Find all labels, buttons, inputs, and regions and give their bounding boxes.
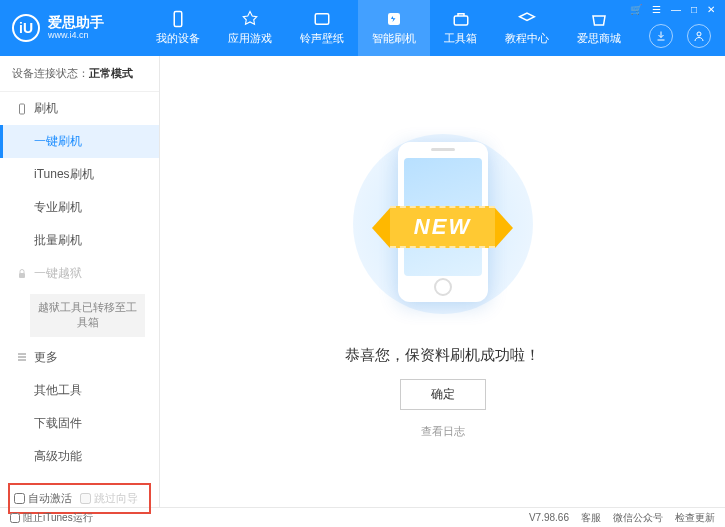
sidebar-item-advanced[interactable]: 高级功能	[0, 440, 159, 473]
svg-point-4	[697, 32, 701, 36]
sidebar-item-firmware[interactable]: 下载固件	[0, 407, 159, 440]
section-jailbreak: 一键越狱	[0, 257, 159, 290]
jailbreak-moved-note[interactable]: 越狱工具已转移至工具箱	[30, 294, 145, 337]
window-controls: 🛒 ☰ — □ ✕	[630, 4, 715, 15]
sidebar-item-batch[interactable]: 批量刷机	[0, 224, 159, 257]
list-icon	[16, 351, 28, 363]
phone-icon	[169, 10, 187, 28]
link-update[interactable]: 检查更新	[675, 511, 715, 525]
close-icon[interactable]: ✕	[707, 4, 715, 15]
app-url: www.i4.cn	[48, 31, 104, 41]
success-message: 恭喜您，保资料刷机成功啦！	[345, 346, 540, 365]
tab-my-device[interactable]: 我的设备	[142, 0, 214, 56]
new-ribbon: NEW	[390, 206, 495, 248]
sidebar-item-oneclick[interactable]: 一键刷机	[0, 125, 159, 158]
tab-label: 教程中心	[505, 31, 549, 46]
tab-label: 应用游戏	[228, 31, 272, 46]
checkbox-auto-activate[interactable]: 自动激活	[14, 491, 72, 506]
tab-tutorials[interactable]: 教程中心	[491, 0, 563, 56]
phone-small-icon	[16, 103, 28, 115]
sidebar: 设备连接状态：正常模式 刷机 一键刷机 iTunes刷机 专业刷机 批量刷机 一…	[0, 56, 160, 507]
success-illustration: NEW	[343, 124, 543, 324]
section-more[interactable]: 更多	[0, 341, 159, 374]
tab-flash[interactable]: 智能刷机	[358, 0, 430, 56]
logo: iU 爱思助手 www.i4.cn	[12, 14, 142, 42]
checkbox-skip-guide[interactable]: 跳过向导	[80, 491, 138, 506]
menu-icon[interactable]: ☰	[652, 4, 661, 15]
app-header: iU 爱思助手 www.i4.cn 我的设备 应用游戏 铃声壁纸 智能刷机 工具…	[0, 0, 725, 56]
flash-icon	[385, 10, 403, 28]
svg-rect-1	[315, 14, 329, 25]
logo-icon: iU	[12, 14, 40, 42]
svg-rect-6	[19, 273, 25, 278]
main-content: NEW 恭喜您，保资料刷机成功啦！ 确定 查看日志	[160, 56, 725, 507]
section-flash[interactable]: 刷机	[0, 92, 159, 125]
image-icon	[313, 10, 331, 28]
svg-rect-5	[20, 104, 25, 114]
tab-toolbox[interactable]: 工具箱	[430, 0, 491, 56]
minimize-icon[interactable]: —	[671, 4, 681, 15]
app-name: 爱思助手	[48, 15, 104, 30]
sidebar-item-itunes[interactable]: iTunes刷机	[0, 158, 159, 191]
maximize-icon[interactable]: □	[691, 4, 697, 15]
svg-rect-3	[454, 16, 468, 25]
tab-apps[interactable]: 应用游戏	[214, 0, 286, 56]
tab-store[interactable]: 爱思商城	[563, 0, 635, 56]
ok-button[interactable]: 确定	[400, 379, 486, 410]
view-log-link[interactable]: 查看日志	[421, 424, 465, 439]
graduation-icon	[518, 10, 536, 28]
download-button[interactable]	[649, 24, 673, 48]
lock-icon	[16, 268, 28, 280]
nav-tabs: 我的设备 应用游戏 铃声壁纸 智能刷机 工具箱 教程中心 爱思商城	[142, 0, 713, 56]
checkbox-block-itunes[interactable]: 阻止iTunes运行	[10, 511, 93, 525]
store-icon	[590, 10, 608, 28]
cart-icon[interactable]: 🛒	[630, 4, 642, 15]
link-support[interactable]: 客服	[581, 511, 601, 525]
tab-label: 工具箱	[444, 31, 477, 46]
link-wechat[interactable]: 微信公众号	[613, 511, 663, 525]
version-label: V7.98.66	[529, 512, 569, 523]
toolbox-icon	[452, 10, 470, 28]
connection-status: 设备连接状态：正常模式	[0, 56, 159, 92]
flash-options-box: 自动激活 跳过向导	[8, 483, 151, 514]
sidebar-item-pro[interactable]: 专业刷机	[0, 191, 159, 224]
tab-label: 铃声壁纸	[300, 31, 344, 46]
sidebar-item-othertools[interactable]: 其他工具	[0, 374, 159, 407]
tab-label: 我的设备	[156, 31, 200, 46]
tab-label: 爱思商城	[577, 31, 621, 46]
app-icon	[241, 10, 259, 28]
svg-rect-0	[174, 12, 182, 27]
tab-label: 智能刷机	[372, 31, 416, 46]
tab-ringtones[interactable]: 铃声壁纸	[286, 0, 358, 56]
user-button[interactable]	[687, 24, 711, 48]
